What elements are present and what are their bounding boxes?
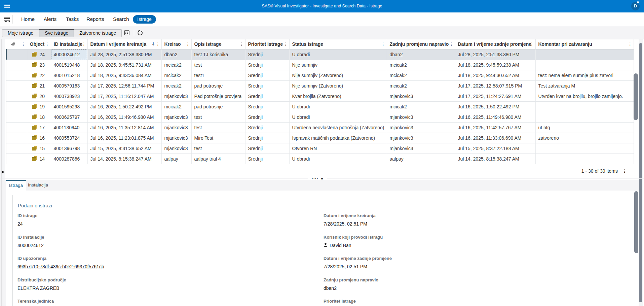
cell-kreirao[interactable]: mcicak2 (161, 80, 191, 91)
cell-instalacija[interactable]: 4001595298 (51, 101, 87, 112)
table-row[interactable]: 154001396798Jul 15, 2025, 8:31:38.652 AM… (6, 143, 634, 154)
cell-komentar[interactable] (535, 60, 634, 70)
cell-zadnju[interactable]: mjankovic3 (387, 143, 455, 154)
alert-id-link[interactable]: 693b7c10-78df-439c-b0e2-69370f5761cb (17, 264, 104, 269)
cell-prioritet[interactable]: Srednji (245, 49, 289, 60)
cell-opis[interactable]: pad potrosnje (191, 101, 245, 112)
pagination-menu-icon[interactable]: ⋮ (622, 169, 627, 174)
cell-instalacija[interactable]: 4000553724 (51, 133, 87, 143)
cell-zadnju[interactable]: mcicak2 (387, 70, 455, 80)
column-header-attachment[interactable]: ⋮ (6, 39, 27, 49)
cell-status[interactable]: Nije sumnjiv (289, 60, 387, 70)
cell-opis[interactable]: Pad potrošnje provjera (191, 91, 245, 101)
column-menu-icon[interactable]: ⋮ (628, 42, 632, 46)
cell-zadnju[interactable]: mcicak2 (387, 101, 455, 112)
cell-kreirao[interactable]: aalpay (161, 154, 191, 164)
cell-kreirao[interactable]: mjankovic3 (161, 143, 191, 154)
cell-promjena[interactable]: Jul 16, 2025, 11:49:46.980 AM (455, 112, 535, 122)
cell-promjena[interactable]: Jul 14, 2025, 8:15:38.247 AM (455, 154, 535, 164)
column-menu-icon[interactable]: ⋮ (156, 42, 160, 46)
cell-kreirano[interactable]: Jul 16, 2025, 11:35:12.814 AM (87, 122, 161, 133)
cell-zadnju[interactable]: dban2 (387, 49, 455, 60)
cell-promjena[interactable]: Jul 17, 2025, 12:58:07.915 PM (455, 80, 535, 91)
tab-istrage[interactable]: Istrage (133, 15, 156, 24)
cell-prioritet[interactable]: Srednji (245, 133, 289, 143)
cell-promjena[interactable]: Jul 16, 2025, 1:50:22.492 PM (455, 101, 535, 112)
table-row[interactable]: 194001595298Jul 16, 2025, 1:50:22.492 PM… (6, 101, 634, 112)
cell-kreirano[interactable]: Jul 16, 2025, 1:50:22.492 PM (87, 101, 161, 112)
cell-komentar[interactable]: Test zatvaranja M (535, 80, 634, 91)
nav-item-home[interactable]: Home (21, 12, 35, 26)
column-menu-icon[interactable]: ⋮ (22, 42, 26, 46)
cell-kreirao[interactable]: mcicak2 (161, 70, 191, 80)
cell-kreirano[interactable]: Jul 17, 2025, 11:16:12.047 AM (87, 91, 161, 101)
cell-opis[interactable]: test TJ korisnika (191, 49, 245, 60)
cell-prioritet[interactable]: Srednji (245, 70, 289, 80)
column-header[interactable]: Prioritet istrage⋮ (245, 39, 289, 49)
cell-prioritet[interactable]: Srednji (245, 122, 289, 133)
nav-item-alerts[interactable]: Alerts (44, 12, 56, 26)
cell-opis[interactable]: test (191, 143, 245, 154)
cell-zadnju[interactable]: mjankovic3 (387, 91, 455, 101)
avatar[interactable]: D (631, 2, 640, 10)
cell-zadnju[interactable]: mjankovic3 (387, 122, 455, 133)
column-menu-icon[interactable]: ⋮ (82, 42, 86, 46)
tab-instalacija[interactable]: Instalacija (26, 180, 50, 191)
table-row[interactable]: 184000625797Jul 16, 2025, 11:49:46.980 A… (6, 112, 634, 122)
cell-prioritet[interactable]: Srednji (245, 60, 289, 70)
column-header[interactable]: Zadnju promjenu napravio⋮ (387, 39, 455, 49)
cell-kreirano[interactable]: Jul 17, 2025, 12:56:11.744 PM (87, 80, 161, 91)
nav-item-search[interactable]: Search (113, 12, 129, 26)
cell-komentar[interactable] (535, 112, 634, 122)
cell-kreirao[interactable]: mjankovic3 (161, 91, 191, 101)
column-menu-icon[interactable]: ⋮ (381, 42, 385, 46)
column-header[interactable]: Datum i vrijeme zadnje promjene⋮ (455, 39, 535, 49)
filter-zatvorene-istrage[interactable]: Zatvorene istrage (74, 29, 122, 37)
column-menu-icon[interactable]: ⋮ (240, 42, 244, 46)
cell-komentar[interactable]: ut ntg (535, 122, 634, 133)
table-row[interactable]: 144000287866Jul 14, 2025, 8:15:38.247 AM… (6, 154, 634, 164)
cell-zadnju[interactable]: aalpay (387, 154, 455, 164)
cell-prioritet[interactable]: Srednji (245, 101, 289, 112)
object-cell[interactable]: 18 (27, 112, 51, 122)
tab-istraga[interactable]: Istraga (6, 180, 26, 191)
cell-kreirao[interactable]: mjankovic3 (161, 112, 191, 122)
cell-kreirano[interactable]: Jul 14, 2025, 8:15:38.247 AM (87, 154, 161, 164)
column-header[interactable]: Datum i vrijeme kreiranja↓⋮ (87, 39, 161, 49)
cell-kreirano[interactable]: Jul 15, 2025, 8:31:38.652 AM (87, 143, 161, 154)
cell-instalacija[interactable]: 4001130940 (51, 122, 87, 133)
column-menu-icon[interactable]: ⋮ (284, 42, 288, 46)
cell-status[interactable]: U obradi (289, 49, 387, 60)
page-scrollbar[interactable] (639, 39, 643, 306)
cell-kreirano[interactable]: Jul 28, 2025, 2:51:38.380 PM (87, 49, 161, 60)
cell-komentar[interactable] (535, 101, 634, 112)
cell-prioritet[interactable]: Srednji (245, 143, 289, 154)
column-menu-icon[interactable]: ⋮ (186, 42, 190, 46)
cell-kreirao[interactable]: mcicak2 (161, 60, 191, 70)
cell-kreirano[interactable]: Jul 16, 2025, 11:49:46.980 AM (87, 112, 161, 122)
cell-prioritet[interactable]: Srednji (245, 112, 289, 122)
cell-komentar[interactable]: zatvoreno (535, 133, 634, 143)
cell-instalacija[interactable]: 4000738923 (51, 91, 87, 101)
nav-item-reports[interactable]: Reports (86, 12, 104, 26)
cell-kreirao[interactable]: dban2 (161, 49, 191, 60)
cell-status[interactable]: Nije sumnjiv (Zatvoreno) (289, 70, 387, 80)
table-row[interactable]: 244000024612Jul 28, 2025, 2:51:38.380 PM… (6, 49, 634, 60)
cell-instalacija[interactable]: 4001015218 (51, 70, 87, 80)
sort-descending-icon[interactable]: ↓ (152, 41, 155, 46)
cell-promjena[interactable]: Jul 28, 2025, 2:51:38.380 PM (455, 49, 535, 60)
page-scrollbar-thumb[interactable] (639, 43, 642, 302)
object-cell[interactable]: 14 (27, 154, 51, 164)
cell-instalacija[interactable]: 4000579163 (51, 80, 87, 91)
object-cell[interactable]: 21 (27, 80, 51, 91)
column-menu-icon[interactable]: ⋮ (45, 42, 49, 46)
cell-komentar[interactable] (535, 49, 634, 60)
column-header[interactable]: Kreirao⋮ (161, 39, 191, 49)
refresh-icon[interactable] (137, 30, 143, 37)
cell-komentar[interactable] (535, 143, 634, 154)
object-cell[interactable]: 23 (27, 60, 51, 70)
object-cell[interactable]: 16 (27, 133, 51, 143)
field-value[interactable]: 693b7c10-78df-439c-b0e2-69370f5761cb (17, 264, 287, 269)
cell-kreirano[interactable]: Jul 18, 2025, 9:43:36.084 AM (87, 70, 161, 80)
cell-opis[interactable]: test (191, 112, 245, 122)
